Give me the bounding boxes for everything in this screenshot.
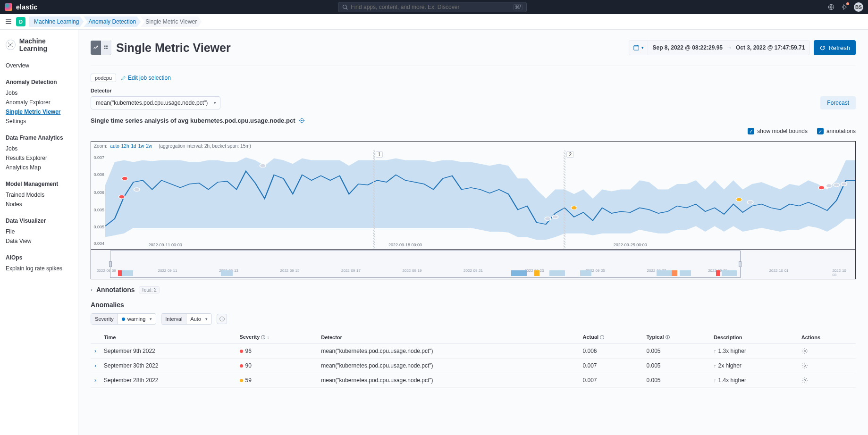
col-actions: Actions [798, 331, 856, 344]
gear-icon[interactable] [801, 362, 852, 369]
sidebar-item-overview[interactable]: Overview [6, 61, 72, 70]
col-severity[interactable]: Severity ⓘ ↓ [236, 331, 318, 344]
sidebar-group: AIOps [6, 254, 72, 261]
time-series-chart[interactable]: 0.0070.0060.0060.0050.0050.004 2022-09-1… [91, 151, 855, 250]
sidebar-item[interactable]: Results Explorer [6, 153, 72, 163]
zoom-link[interactable]: 1d [131, 143, 136, 149]
cell-typical: 0.005 [642, 373, 710, 388]
zoom-link[interactable]: 2w [146, 143, 152, 149]
annotation-marker[interactable] [564, 151, 565, 249]
svg-point-21 [736, 198, 742, 201]
col-detector[interactable]: Detector [317, 331, 579, 344]
edit-job-selection-link[interactable]: Edit job selection [121, 75, 171, 81]
target-icon[interactable] [299, 117, 305, 124]
checkbox-annotations[interactable]: ✓annotations [817, 128, 856, 134]
svg-point-25 [834, 183, 840, 187]
nav-toggle-icon[interactable] [5, 18, 12, 25]
sidebar-item[interactable]: Analytics Map [6, 163, 72, 172]
svg-rect-9 [104, 48, 106, 49]
calendar-icon[interactable]: ▾ [629, 41, 648, 55]
svg-point-20 [571, 206, 577, 209]
view-toggle [91, 41, 111, 55]
svg-point-26 [841, 182, 847, 186]
refresh-button[interactable]: Refresh [814, 40, 856, 55]
sidebar-item[interactable]: Jobs [6, 144, 72, 153]
sidebar-item[interactable]: Nodes [6, 200, 72, 209]
sidebar-title: Machine Learning [19, 37, 72, 52]
sidebar-item[interactable]: Single Metric Viewer [6, 107, 72, 117]
sidebar-item[interactable]: Trained Models [6, 190, 72, 200]
cell-severity: 90 [236, 359, 318, 373]
col-typical[interactable]: Typical ⓘ [642, 331, 710, 344]
chevron-down-icon: ▾ [641, 45, 644, 50]
svg-point-15 [122, 176, 128, 180]
breadcrumb-item[interactable]: Machine Learning [29, 17, 84, 27]
breadcrumb: Machine Learning Anomaly Detection Singl… [29, 17, 202, 27]
zoom-link[interactable]: 1w [138, 143, 144, 149]
chevron-down-icon: ▾ [214, 100, 216, 105]
sidebar-group: Anomaly Detection [6, 79, 72, 85]
detector-select[interactable]: mean("kubernetes.pod.cpu.usage.node.pct"… [91, 96, 220, 109]
sidebar-item[interactable]: Jobs [6, 88, 72, 98]
expand-row-icon[interactable]: › [91, 344, 100, 359]
cell-description: ↑1.4x higher [710, 373, 798, 388]
annotations-accordion[interactable]: › Annotations Total: 2 [91, 286, 856, 293]
annotation-label: 1 [376, 151, 383, 158]
date-picker[interactable]: ▾ Sep 8, 2022 @ 08:22:29.95 → Oct 3, 202… [629, 40, 810, 55]
job-badge[interactable]: podcpu [91, 74, 116, 82]
sidebar-item[interactable]: File [6, 227, 72, 236]
table-row: ›September 30th 202290mean("kubernetes.p… [91, 359, 856, 373]
annotations-count-badge: Total: 2 [139, 286, 160, 293]
expand-row-icon[interactable]: › [91, 373, 100, 388]
detector-label: Detector [91, 88, 856, 93]
swimlane-handle-left[interactable] [109, 261, 112, 267]
svg-point-13 [302, 120, 303, 121]
search-input[interactable] [351, 4, 510, 10]
anomalies-table: Time Severity ⓘ ↓ Detector Actual ⓘ Typi… [91, 331, 856, 388]
help-icon[interactable] [827, 3, 835, 11]
svg-point-22 [747, 201, 753, 204]
cell-description: ↑1.3x higher [710, 344, 798, 359]
cell-typical: 0.005 [642, 359, 710, 373]
sidebar-item[interactable]: Explain log rate spikes [6, 264, 72, 273]
space-badge[interactable]: D [16, 17, 25, 26]
view-toggle-explorer[interactable] [101, 41, 111, 55]
swimlane[interactable]: 2022-09-092022-09-112022-09-132022-09-15… [91, 250, 855, 279]
sidebar-item[interactable]: Settings [6, 117, 72, 126]
date-to: Oct 3, 2022 @ 17:47:59.71 [736, 44, 805, 51]
cell-time: September 30th 2022 [100, 359, 236, 373]
col-description[interactable]: Description [710, 331, 798, 344]
newsfeed-icon[interactable] [841, 3, 848, 11]
chart-panel: Zoom: auto12h1d1w2w (aggregation interva… [91, 141, 856, 279]
info-button[interactable]: ⓘ [217, 314, 227, 324]
col-actual[interactable]: Actual ⓘ [579, 331, 643, 344]
global-search[interactable]: ⌘/ [338, 2, 527, 12]
expand-row-icon[interactable]: › [91, 359, 100, 373]
col-time[interactable]: Time [100, 331, 236, 344]
cell-actual: 0.007 [579, 373, 643, 388]
breadcrumb-item[interactable]: Anomaly Detection [84, 17, 141, 27]
cell-time: September 28th 2022 [100, 373, 236, 388]
app-icon [6, 40, 16, 50]
user-avatar[interactable]: BS [854, 2, 863, 12]
severity-filter[interactable]: Severity warning▾ [91, 313, 156, 325]
gear-icon[interactable] [801, 348, 852, 354]
svg-point-18 [545, 217, 551, 221]
cell-actions [798, 344, 856, 359]
annotation-marker[interactable] [373, 151, 375, 249]
swimlane-handle-right[interactable] [739, 261, 742, 267]
svg-point-28 [804, 365, 806, 367]
interval-filter[interactable]: Interval Auto▾ [161, 313, 212, 325]
gear-icon[interactable] [801, 377, 852, 384]
forecast-button[interactable]: Forecast [820, 96, 856, 109]
zoom-link[interactable]: 12h [121, 143, 129, 149]
svg-point-23 [818, 186, 825, 190]
sidebar-item[interactable]: Data View [6, 236, 72, 246]
view-toggle-viewer[interactable] [91, 41, 101, 55]
sidebar-item[interactable]: Anomaly Explorer [6, 98, 72, 107]
zoom-link[interactable]: auto [110, 143, 119, 149]
page-title: Single Metric Viewer [116, 41, 231, 55]
svg-point-19 [552, 215, 558, 219]
main-content: Single Metric Viewer ▾ Sep 8, 2022 @ 08:… [78, 30, 868, 435]
checkbox-model-bounds[interactable]: ✓show model bounds [748, 128, 808, 134]
